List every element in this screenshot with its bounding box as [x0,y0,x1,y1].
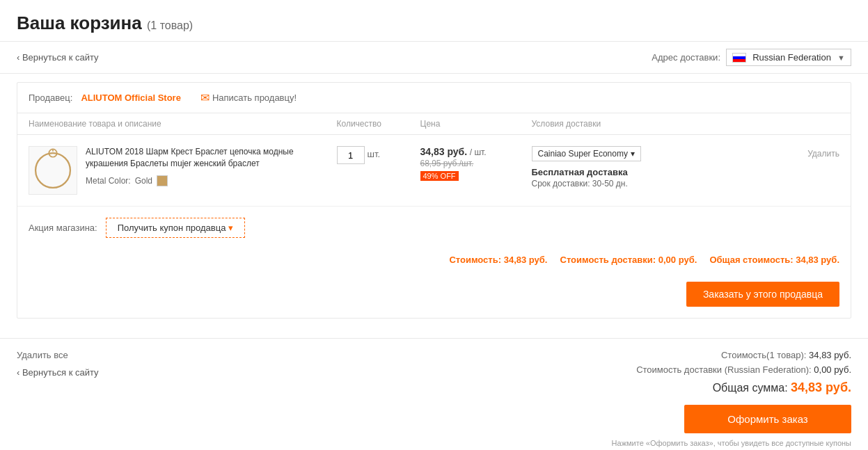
total-summary-line: Общая сумма: 34,83 руб. [573,380,851,395]
seller-header: Продавец: ALIUTOM Official Store ✉ Напис… [17,83,851,113]
order-button-row: Заказать у этого продавца [17,276,851,318]
message-seller-link[interactable]: ✉ Написать продавцу! [200,91,297,104]
coupon-arrow-icon: ▾ [228,223,233,233]
seller-name[interactable]: ALIUTOM Official Store [81,93,181,103]
order-summary: Стоимость(1 товар): 34,83 руб. Стоимость… [573,350,851,447]
delivery-options: Cainiao Super Economy ▾ Бесплатная доста… [532,146,641,188]
table-row: ALIUTOM 2018 Шарм Крест Браслет цепочка … [17,135,851,207]
delivery-address-label: Адрес доставки: [652,52,720,63]
svg-point-0 [35,153,70,188]
promo-label: Акция магазина: [29,223,97,233]
delivery-time: Срок доставки: 30-50 дн. [532,179,641,188]
get-coupon-button[interactable]: Получить купон продавца ▾ [106,218,246,238]
delivery-column: Cainiao Super Economy ▾ Бесплатная доста… [532,146,840,188]
bottom-left: Удалить все Вернуться к сайту [17,350,99,378]
quantity-cell: шт. [337,146,420,164]
cost-summary-line: Стоимость(1 товар): 34,83 руб. [573,350,851,360]
delivery-cost-summary-line: Стоимость доставки (Russian Federation):… [573,364,851,375]
back-to-site-bottom-link[interactable]: Вернуться к сайту [17,367,99,378]
original-price: 68,95 руб./шт. [420,159,532,168]
current-price: 34,83 руб. [420,146,468,157]
product-details: ALIUTOM 2018 Шарм Крест Браслет цепочка … [86,146,337,195]
product-title: ALIUTOM 2018 Шарм Крест Браслет цепочка … [86,146,337,170]
price-cell: 34,83 руб. / шт. 68,95 руб./шт. 49% OFF [420,146,532,181]
delete-item-button[interactable]: Удалить [807,149,839,159]
product-info: ALIUTOM 2018 Шарм Крест Браслет цепочка … [29,146,337,195]
message-icon: ✉ [200,91,210,104]
checkout-button[interactable]: Оформить заказ [684,405,851,433]
seller-label: Продавец: [29,93,72,103]
page-title: Ваша корзина (1 товар) [17,13,193,34]
quantity-unit: шт. [368,146,381,159]
product-variant: Metal Color: Gold [86,175,337,186]
delivery-method-select[interactable]: Cainiao Super Economy ▾ [532,146,641,161]
dropdown-small-arrow: ▾ [631,149,635,159]
promo-section: Акция магазина: Получить купон продавца … [17,207,851,249]
bottom-section: Удалить все Вернуться к сайту Стоимость(… [0,338,868,450]
table-header: Наименование товара и описание Количеств… [17,113,851,135]
dropdown-arrow-icon: ▼ [837,54,845,62]
nav-bar: Вернуться к сайту Адрес доставки: Russia… [0,42,868,74]
color-swatch [157,175,168,186]
product-image [29,146,77,195]
country-select[interactable]: Russian Federation ▼ [726,49,851,66]
seller-block: Продавец: ALIUTOM Official Store ✉ Напис… [17,82,851,319]
discount-badge: 49% OFF [420,171,459,181]
russia-flag-icon [732,53,746,63]
back-to-site-link[interactable]: Вернуться к сайту [17,52,99,63]
cart-content: Продавец: ALIUTOM Official Store ✉ Напис… [0,74,868,338]
free-delivery-label: Бесплатная доставка [532,167,641,177]
delivery-address-section: Адрес доставки: Russian Federation ▼ [652,49,851,66]
order-from-seller-button[interactable]: Заказать у этого продавца [686,282,839,307]
quantity-input[interactable] [337,146,365,164]
delete-all-button[interactable]: Удалить все [17,350,99,360]
subtotal-row: Стоимость: 34,83 руб. Стоимость доставки… [17,249,851,276]
checkout-hint: Нажмите «Оформить заказ», чтобы увидеть … [573,439,851,447]
per-unit: / шт. [470,147,487,157]
